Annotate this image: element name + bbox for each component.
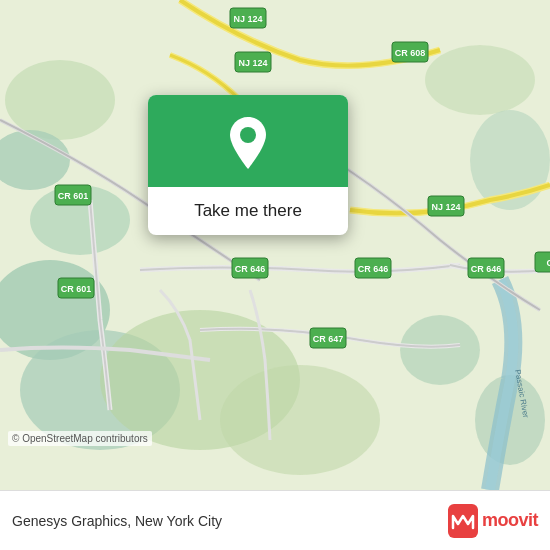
popup-green-area	[148, 95, 348, 187]
moovit-logo: moovit	[448, 504, 538, 538]
svg-text:CR 608: CR 608	[395, 48, 426, 58]
moovit-icon	[448, 504, 478, 538]
take-me-there-button[interactable]: Take me there	[148, 187, 348, 235]
svg-text:CR 646: CR 646	[235, 264, 266, 274]
location-popup: Take me there	[148, 95, 348, 235]
location-text: Genesys Graphics, New York City	[12, 513, 448, 529]
svg-point-1	[5, 60, 115, 140]
svg-text:CR 646: CR 646	[358, 264, 389, 274]
svg-text:CR: CR	[547, 258, 551, 268]
svg-point-8	[400, 315, 480, 385]
map-container: Passaic River	[0, 0, 550, 490]
moovit-text: moovit	[482, 510, 538, 531]
svg-text:CR 646: CR 646	[471, 264, 502, 274]
svg-text:CR 601: CR 601	[61, 284, 92, 294]
svg-point-6	[425, 45, 535, 115]
bottom-bar: Genesys Graphics, New York City moovit	[0, 490, 550, 550]
map-pin-icon	[226, 117, 270, 169]
svg-text:CR 647: CR 647	[313, 334, 344, 344]
svg-text:NJ 124: NJ 124	[431, 202, 460, 212]
svg-point-12	[220, 365, 380, 475]
osm-attribution: © OpenStreetMap contributors	[8, 431, 152, 446]
svg-text:CR 601: CR 601	[58, 191, 89, 201]
svg-text:NJ 124: NJ 124	[233, 14, 262, 24]
svg-text:NJ 124: NJ 124	[238, 58, 267, 68]
svg-point-35	[240, 127, 256, 143]
